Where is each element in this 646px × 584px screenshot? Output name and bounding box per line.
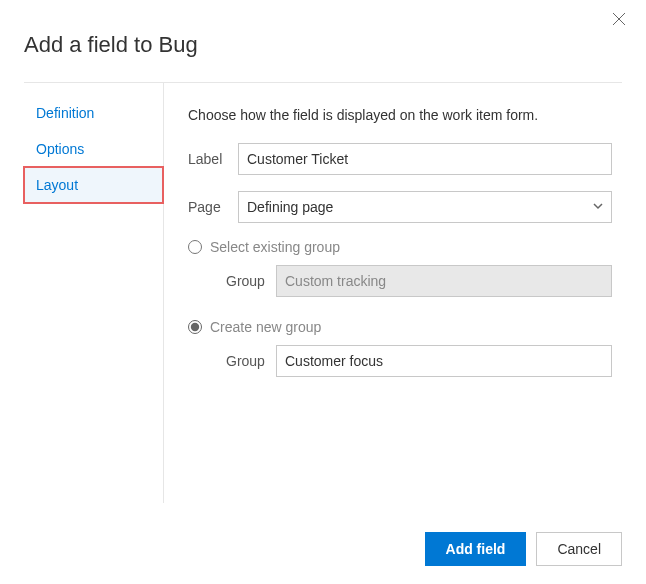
dialog-footer: Add field Cancel (425, 532, 622, 566)
row-existing-group: Group (188, 265, 612, 297)
row-new-group: Group (188, 345, 612, 377)
row-label: Label (188, 143, 612, 175)
dialog-body: Definition Options Layout Choose how the… (24, 83, 622, 503)
label-input[interactable] (238, 143, 612, 175)
cancel-button[interactable]: Cancel (536, 532, 622, 566)
radio-new-label: Create new group (210, 319, 321, 335)
existing-group-input (276, 265, 612, 297)
close-button[interactable] (612, 12, 630, 30)
new-group-label: Group (226, 353, 276, 369)
add-field-button[interactable]: Add field (425, 532, 527, 566)
dialog-title: Add a field to Bug (24, 32, 622, 58)
existing-group-label: Group (226, 273, 276, 289)
radio-existing-input[interactable] (188, 240, 202, 254)
row-page: Page (188, 191, 612, 223)
close-icon (612, 13, 626, 29)
sidebar: Definition Options Layout (24, 83, 164, 503)
label-label: Label (188, 151, 238, 167)
tab-layout[interactable]: Layout (24, 167, 163, 203)
tab-definition[interactable]: Definition (24, 95, 163, 131)
tab-label: Options (36, 141, 84, 157)
page-select-value[interactable] (238, 191, 612, 223)
page-label: Page (188, 199, 238, 215)
radio-create-new[interactable]: Create new group (188, 319, 612, 335)
layout-pane: Choose how the field is displayed on the… (164, 83, 622, 503)
tab-label: Definition (36, 105, 94, 121)
radio-select-existing[interactable]: Select existing group (188, 239, 612, 255)
new-group-input[interactable] (276, 345, 612, 377)
page-select[interactable] (238, 191, 612, 223)
intro-text: Choose how the field is displayed on the… (188, 107, 612, 123)
tab-options[interactable]: Options (24, 131, 163, 167)
radio-new-input[interactable] (188, 320, 202, 334)
tab-label: Layout (36, 177, 78, 193)
dialog-add-field: Add a field to Bug Definition Options La… (0, 0, 646, 584)
radio-existing-label: Select existing group (210, 239, 340, 255)
